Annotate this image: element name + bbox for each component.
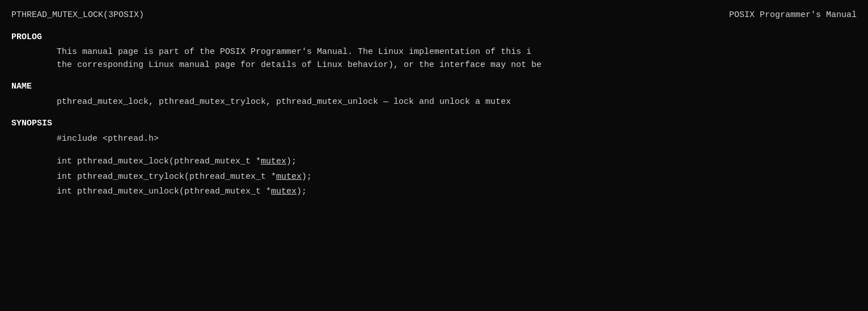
prolog-line-2: the corresponding Linux manual page for … [57,59,857,72]
prolog-line-1: This manual page is part of the POSIX Pr… [57,46,857,59]
mutex-underline-3: mutex [271,187,297,196]
header-right: POSIX Programmer's Manual [729,9,857,22]
unlock-line: int pthread_mutex_unlock(pthread_mutex_t… [57,186,857,199]
synopsis-heading: SYNOPSIS [11,117,857,131]
prolog-content: This manual page is part of the POSIX Pr… [11,46,857,72]
man-page-header: PTHREAD_MUTEX_LOCK(3POSIX) POSIX Program… [11,9,857,22]
name-line-1: pthread_mutex_lock, pthread_mutex_tryloc… [57,96,857,109]
synopsis-spacer [57,148,857,156]
mutex-underline-1: mutex [261,157,286,166]
section-name: NAME pthread_mutex_lock, pthread_mutex_t… [11,81,857,108]
header-left: PTHREAD_MUTEX_LOCK(3POSIX) [11,9,144,22]
lock-line: int pthread_mutex_lock(pthread_mutex_t *… [57,156,857,169]
include-line: #include <pthread.h> [57,133,857,146]
synopsis-content: #include <pthread.h> int pthread_mutex_l… [11,133,857,199]
name-content: pthread_mutex_lock, pthread_mutex_tryloc… [11,96,857,109]
prolog-heading: PROLOG [11,31,857,44]
section-prolog: PROLOG This manual page is part of the P… [11,31,857,72]
trylock-line: int pthread_mutex_trylock(pthread_mutex_… [57,171,857,184]
name-heading: NAME [11,81,857,94]
mutex-underline-2: mutex [276,172,302,182]
section-synopsis: SYNOPSIS #include <pthread.h> int pthrea… [11,117,857,199]
